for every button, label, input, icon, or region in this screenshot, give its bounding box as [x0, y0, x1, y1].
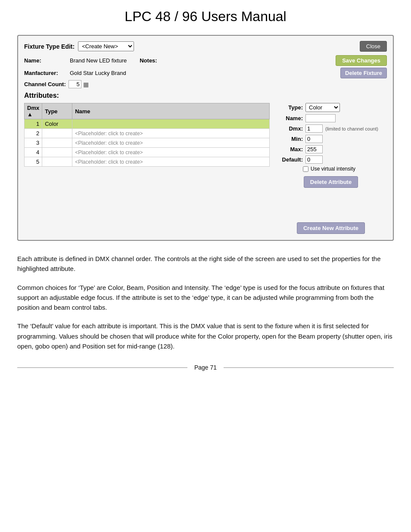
col-type: Type: [42, 103, 72, 119]
cell-dmx: 2: [25, 129, 42, 138]
manufacturer-label: Manfacturer:: [24, 70, 67, 76]
dmx-row: Dmx: (limited to channel count): [275, 124, 387, 133]
type-row: Type: Color Beam Position Intensity Edge: [275, 103, 387, 112]
attr-name-label: Name:: [275, 115, 303, 121]
min-row: Min:: [275, 135, 387, 143]
default-row: Default:: [275, 156, 387, 164]
fixture-type-label: Fixture Type Edit:: [24, 43, 75, 50]
right-panel: Type: Color Beam Position Intensity Edge…: [275, 103, 387, 234]
col-name: Name: [72, 103, 270, 119]
cell-dmx: 4: [25, 148, 42, 157]
name-value: Brand New LED fixture: [70, 57, 127, 64]
fixture-panel: Fixture Type Edit: <Create New> Close Na…: [17, 35, 394, 241]
cell-type: Color: [42, 119, 72, 129]
type-select[interactable]: Color Beam Position Intensity Edge: [305, 103, 340, 112]
name-label: Name:: [24, 57, 67, 64]
table-row[interactable]: 3<Placeholder: click to create>: [25, 138, 270, 148]
table-row[interactable]: 5<Placeholder: click to create>: [25, 157, 270, 167]
table-row[interactable]: 4<Placeholder: click to create>: [25, 148, 270, 157]
dmx-hint: (limited to channel count): [325, 126, 378, 131]
min-label: Min:: [275, 136, 303, 142]
max-input[interactable]: [305, 145, 323, 153]
dmx-input[interactable]: [305, 124, 323, 133]
panel-body: Dmx ▲ Type Name 1Color2<Placeholder: cli…: [24, 103, 387, 234]
cell-dmx: 1: [25, 119, 42, 129]
default-input[interactable]: [305, 156, 323, 164]
delete-fixture-button[interactable]: Delete Fixture: [340, 68, 387, 78]
cell-name[interactable]: <Placeholder: click to create>: [72, 148, 270, 157]
body-text-area: Each attribute is defined in DMX channel…: [17, 254, 394, 351]
cell-type: [42, 148, 72, 157]
attributes-heading: Attributes:: [24, 92, 387, 100]
cell-type: [42, 129, 72, 138]
dmx-field-label: Dmx:: [275, 125, 303, 132]
cell-dmx: 3: [25, 138, 42, 148]
channel-count-input[interactable]: [68, 80, 81, 88]
footer-line-right: [224, 367, 394, 368]
body-paragraph: Each attribute is defined in DMX channel…: [17, 254, 394, 274]
cell-name[interactable]: <Placeholder: click to create>: [72, 138, 270, 148]
cell-type: [42, 138, 72, 148]
channel-grid-icon: ▦: [83, 81, 89, 88]
virtual-intensity-label: Use virtual intensity: [311, 166, 355, 172]
cell-name[interactable]: <Placeholder: click to create>: [72, 129, 270, 138]
save-changes-button[interactable]: Save Changes: [336, 55, 387, 66]
body-paragraph: The ‘Default’ value for each attribute i…: [17, 321, 394, 351]
cell-name[interactable]: <Placeholder: click to create>: [72, 157, 270, 167]
virtual-intensity-row: Use virtual intensity: [303, 166, 387, 172]
min-input[interactable]: [305, 135, 323, 143]
virtual-intensity-checkbox[interactable]: [303, 166, 308, 172]
attributes-table-area: Dmx ▲ Type Name 1Color2<Placeholder: cli…: [24, 103, 270, 234]
channel-count-label: Channel Count:: [24, 81, 66, 87]
body-paragraph: Common choices for ‘Type’ are Color, Bea…: [17, 283, 394, 313]
attributes-table: Dmx ▲ Type Name 1Color2<Placeholder: cli…: [24, 103, 270, 167]
delete-attribute-button[interactable]: Delete Attribute: [304, 176, 358, 188]
cell-dmx: 5: [25, 157, 42, 167]
type-field-label: Type:: [275, 104, 303, 111]
page-footer: Page 71: [17, 364, 394, 371]
attr-name-input[interactable]: [305, 114, 336, 122]
manufacturer-value: Gold Star Lucky Brand: [70, 70, 126, 76]
notes-label: Notes:: [140, 57, 157, 64]
max-row: Max:: [275, 145, 387, 153]
table-header-row: Dmx ▲ Type Name: [25, 103, 270, 119]
attr-name-row: Name:: [275, 114, 387, 122]
cell-name[interactable]: [72, 119, 270, 129]
table-row[interactable]: 1Color: [25, 119, 270, 129]
create-attribute-button[interactable]: Create New Attribute: [297, 222, 365, 234]
cell-type: [42, 157, 72, 167]
footer-line-left: [17, 367, 187, 368]
fixture-type-select[interactable]: <Create New>: [78, 41, 134, 51]
close-button[interactable]: Close: [360, 41, 387, 52]
col-dmx: Dmx ▲: [25, 103, 42, 119]
footer-page-label: Page 71: [194, 364, 217, 371]
max-label: Max:: [275, 146, 303, 152]
table-row[interactable]: 2<Placeholder: click to create>: [25, 129, 270, 138]
page-title: LPC 48 / 96 Users Manual: [17, 9, 394, 25]
default-label: Default:: [275, 156, 303, 163]
